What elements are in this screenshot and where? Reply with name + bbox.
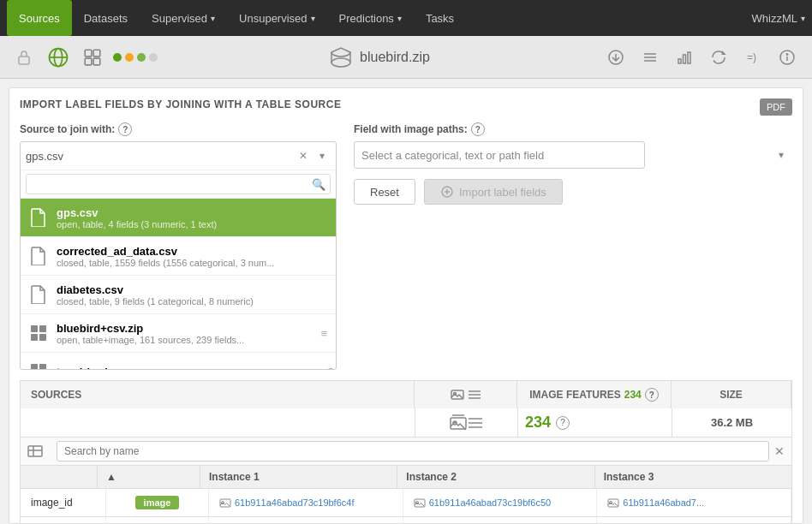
instances-search-bar: ✕ <box>20 438 792 466</box>
col-inst3: Instance 3 <box>595 466 791 488</box>
nav-brand[interactable]: WhizzML ▾ <box>752 12 805 25</box>
feat-count-cell: 234 ? <box>517 408 672 437</box>
dropdown-item-gps[interactable]: gps.csv open, table, 4 fields (3 numeric… <box>21 199 336 237</box>
col-type: ▲ <box>98 466 200 488</box>
field-label-filename: filename <box>21 517 106 524</box>
join-section: Source to join with: ? gps.csv ✕ ▾ 🔍 <box>20 122 792 370</box>
field-val1-image-id: 61b911a46abad73c19bf6c4f <box>209 489 403 516</box>
refresh-icon[interactable] <box>704 43 733 72</box>
top-nav: Sources Datasets Supervised ▾ Unsupervis… <box>0 0 812 36</box>
field-val1-filename: eastern_bluebird/273_00052.jpg <box>209 517 403 524</box>
source-search-icon: 🔍 <box>312 178 325 191</box>
source-search-box: 🔍 <box>21 170 336 198</box>
field-type-filename: path <box>106 517 209 524</box>
nav-unsupervised[interactable]: Unsupervised ▾ <box>227 0 327 36</box>
lock-icon[interactable] <box>10 44 38 71</box>
source-icon[interactable] <box>45 44 72 71</box>
item-info-iris: two-iris.zip <box>57 366 327 370</box>
item-info-diabetes: diabetes.csv closed, table, 9 fields (1 … <box>57 283 327 307</box>
dropdown-item-bluebird[interactable]: bluebird+csv.zip open, table+image, 161 … <box>21 314 336 353</box>
expand-source-btn[interactable]: ▾ <box>313 147 331 164</box>
import-label-bar: IMPORT LABEL FIELDS BY JOINING WITH A TA… <box>20 98 792 110</box>
svg-text:=): =) <box>747 51 756 63</box>
field-val2-filename: eastern_bluebird/273_00046.jpg <box>403 517 598 524</box>
nav-datasets[interactable]: Datasets <box>72 0 140 36</box>
grid-icon[interactable] <box>79 44 106 71</box>
source-join-help[interactable]: ? <box>118 122 132 136</box>
field-val2-image-id: 61b911a46abad73c19bf6c50 <box>403 489 598 516</box>
size-instances-row: 234 ? 36.2 MB <box>20 408 792 438</box>
file-icon-diabetes <box>29 283 48 307</box>
images-cell <box>415 408 517 437</box>
export-icon[interactable] <box>601 43 630 72</box>
dropdown-item-diabetes[interactable]: diabetes.csv closed, table, 9 fields (1 … <box>21 276 336 314</box>
instance-col-header: ▲ Instance 1 Instance 2 Instance 3 <box>20 466 792 489</box>
search-clear-btn[interactable]: ✕ <box>774 444 785 458</box>
col-inst2: Instance 2 <box>397 466 594 488</box>
svg-rect-6 <box>85 58 92 65</box>
table-headers: SOURCES IMAGE FEATURES 234 ? <box>20 380 792 408</box>
nav-predictions[interactable]: Predictions ▾ <box>327 0 414 36</box>
item-sub-diabetes: closed, table, 9 fields (1 categorical, … <box>57 296 327 307</box>
badge-image: image <box>135 496 180 509</box>
file-icon-gps <box>29 205 48 229</box>
source-join-label: Source to join with: ? <box>20 122 337 136</box>
info-icon[interactable] <box>773 43 802 72</box>
svg-point-19 <box>786 53 787 54</box>
nav-sources[interactable]: Sources <box>7 0 72 36</box>
action-btns: Reset Import label fields <box>354 179 792 205</box>
reset-button[interactable]: Reset <box>354 179 415 205</box>
list-icon[interactable] <box>636 43 665 72</box>
formula-icon[interactable]: =) <box>738 43 767 72</box>
instance-search-input[interactable] <box>57 441 769 461</box>
image-link-2[interactable]: 61b911a46abad73c19bf6c50 <box>414 497 552 509</box>
scrollbar <box>327 368 334 369</box>
svg-rect-7 <box>93 58 100 65</box>
col-field <box>21 466 98 488</box>
join-left: Source to join with: ? gps.csv ✕ ▾ 🔍 <box>20 122 337 370</box>
table-row-image-id: image_id image 61b911a46abad73c19bf6c4f <box>20 489 792 517</box>
nav-supervised[interactable]: Supervised ▾ <box>140 0 227 36</box>
feat-help[interactable]: ? <box>645 388 659 402</box>
empty-cell <box>21 408 415 437</box>
supervised-caret: ▾ <box>211 14 215 23</box>
item-sub-corrected: closed, table, 1559 fields (1556 categor… <box>57 258 327 268</box>
image-link-1[interactable]: 61b911a46abad73c19bf6c4f <box>219 497 354 509</box>
svg-rect-15 <box>688 52 690 63</box>
item-name-iris: two-iris.zip <box>57 366 327 370</box>
pdf-button[interactable]: PDF <box>760 98 792 116</box>
import-button: Import label fields <box>424 179 563 205</box>
svg-rect-14 <box>684 55 686 63</box>
field-select[interactable]: Select a categorical, text or path field <box>354 141 645 169</box>
svg-rect-34 <box>28 446 42 456</box>
item-info-bluebird: bluebird+csv.zip open, table+image, 161 … <box>57 322 312 345</box>
item-info-corrected: corrected_ad_data.csv closed, table, 155… <box>57 245 327 268</box>
zip-icon-iris <box>29 360 48 369</box>
field-image-help[interactable]: ? <box>471 122 485 136</box>
item-sub-gps: open, table, 4 fields (3 numeric, 1 text… <box>57 219 327 229</box>
table-area: SOURCES IMAGE FEATURES 234 ? <box>20 380 792 524</box>
image-link-3[interactable]: 61b911a46abad7... <box>607 497 704 509</box>
clear-source-btn[interactable]: ✕ <box>295 147 312 164</box>
svg-rect-0 <box>19 57 29 64</box>
join-right: Field with image paths: ? Select a categ… <box>354 122 792 370</box>
field-select-arrow: ▾ <box>779 149 784 161</box>
source-select-btns: ✕ ▾ <box>295 147 331 164</box>
search-container: ✕ <box>50 438 791 465</box>
toggle-view-btn[interactable] <box>21 438 50 464</box>
item-name-bluebird: bluebird+csv.zip <box>57 322 312 335</box>
field-val3-image-id: 61b911a46abad7... <box>597 489 791 516</box>
feat-count-help[interactable]: ? <box>556 416 570 430</box>
item-name-gps: gps.csv <box>57 206 327 219</box>
th-images <box>415 381 517 408</box>
th-size: SIZE <box>672 381 791 408</box>
chart-icon[interactable] <box>670 43 699 72</box>
dropdown-item-corrected[interactable]: corrected_ad_data.csv closed, table, 155… <box>21 237 336 276</box>
source-search-input[interactable] <box>26 174 331 194</box>
unsupervised-caret: ▾ <box>311 14 315 23</box>
nav-tasks[interactable]: Tasks <box>414 0 466 36</box>
toolbar-title: bluebird.zip <box>164 45 594 69</box>
dropdown-item-iris[interactable]: two-iris.zip <box>21 353 336 369</box>
source-select-box: gps.csv ✕ ▾ 🔍 <box>20 141 337 370</box>
svg-point-8 <box>331 58 350 67</box>
